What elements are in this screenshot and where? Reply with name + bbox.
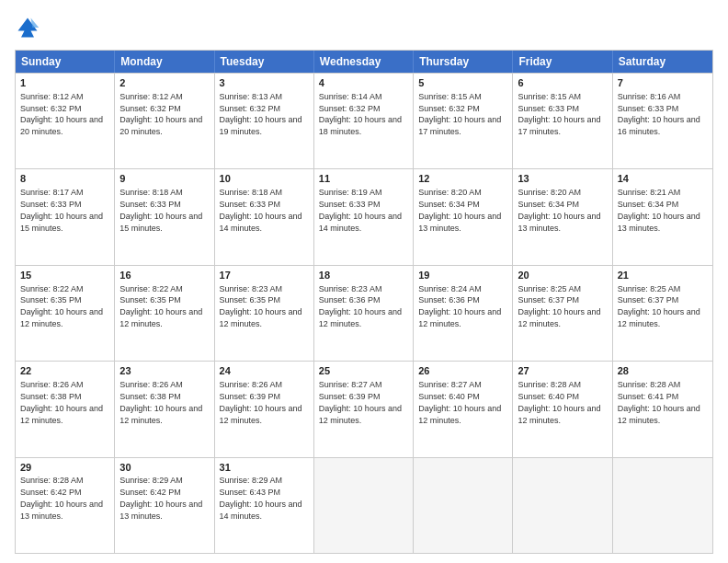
cell-info: Sunrise: 8:25 AMSunset: 6:37 PMDaylight:…: [518, 284, 600, 328]
day-number: 22: [20, 364, 109, 378]
day-number: 17: [220, 269, 309, 282]
calendar-day-cell: [513, 458, 612, 553]
calendar-day-cell: 2 Sunrise: 8:12 AMSunset: 6:32 PMDayligh…: [115, 74, 214, 168]
calendar-day-cell: 22 Sunrise: 8:26 AMSunset: 6:38 PMDaylig…: [16, 362, 115, 456]
day-number: 24: [220, 364, 309, 378]
cell-info: Sunrise: 8:29 AMSunset: 6:43 PMDaylight:…: [220, 476, 302, 520]
day-number: 7: [618, 76, 708, 90]
calendar-body: 1 Sunrise: 8:12 AMSunset: 6:32 PMDayligh…: [16, 73, 712, 553]
calendar-day-cell: 31 Sunrise: 8:29 AMSunset: 6:43 PMDaylig…: [215, 458, 314, 553]
day-number: 11: [319, 172, 408, 186]
calendar-day-cell: 8 Sunrise: 8:17 AMSunset: 6:33 PMDayligh…: [16, 169, 115, 264]
cell-info: Sunrise: 8:17 AMSunset: 6:33 PMDaylight:…: [20, 188, 103, 232]
calendar-day-cell: 4 Sunrise: 8:14 AMSunset: 6:32 PMDayligh…: [314, 74, 414, 168]
day-number: 29: [20, 461, 109, 475]
day-number: 15: [20, 269, 109, 282]
calendar-week-row: 22 Sunrise: 8:26 AMSunset: 6:38 PMDaylig…: [16, 361, 712, 456]
day-number: 10: [220, 172, 309, 186]
calendar: SundayMondayTuesdayWednesdayThursdayFrid…: [15, 50, 713, 554]
calendar-header-day: Saturday: [613, 51, 712, 73]
calendar-header-day: Friday: [513, 51, 612, 73]
day-number: 4: [319, 76, 408, 90]
cell-info: Sunrise: 8:26 AMSunset: 6:38 PMDaylight:…: [119, 380, 202, 424]
cell-info: Sunrise: 8:27 AMSunset: 6:39 PMDaylight:…: [319, 380, 402, 424]
cell-info: Sunrise: 8:18 AMSunset: 6:33 PMDaylight:…: [220, 188, 302, 232]
cell-info: Sunrise: 8:26 AMSunset: 6:38 PMDaylight:…: [20, 380, 103, 424]
logo: [15, 15, 44, 40]
calendar-header-day: Tuesday: [215, 51, 314, 73]
day-number: 30: [119, 461, 209, 475]
cell-info: Sunrise: 8:20 AMSunset: 6:34 PMDaylight:…: [418, 188, 501, 232]
calendar-header: SundayMondayTuesdayWednesdayThursdayFrid…: [16, 51, 712, 73]
day-number: 3: [220, 76, 309, 90]
day-number: 31: [220, 461, 309, 475]
calendar-day-cell: 6 Sunrise: 8:15 AMSunset: 6:33 PMDayligh…: [513, 74, 612, 168]
cell-info: Sunrise: 8:22 AMSunset: 6:35 PMDaylight:…: [119, 284, 202, 328]
calendar-header-day: Wednesday: [314, 51, 414, 73]
calendar-day-cell: 9 Sunrise: 8:18 AMSunset: 6:33 PMDayligh…: [115, 169, 214, 264]
cell-info: Sunrise: 8:19 AMSunset: 6:33 PMDaylight:…: [319, 188, 402, 232]
calendar-header-day: Thursday: [414, 51, 513, 73]
calendar-day-cell: 30 Sunrise: 8:29 AMSunset: 6:42 PMDaylig…: [115, 458, 214, 553]
calendar-week-row: 29 Sunrise: 8:28 AMSunset: 6:42 PMDaylig…: [16, 457, 712, 553]
calendar-day-cell: 15 Sunrise: 8:22 AMSunset: 6:35 PMDaylig…: [16, 266, 115, 361]
day-number: 1: [20, 76, 109, 90]
cell-info: Sunrise: 8:28 AMSunset: 6:42 PMDaylight:…: [20, 476, 103, 520]
cell-info: Sunrise: 8:25 AMSunset: 6:37 PMDaylight:…: [618, 284, 700, 328]
calendar-day-cell: 5 Sunrise: 8:15 AMSunset: 6:32 PMDayligh…: [414, 74, 513, 168]
calendar-day-cell: [613, 458, 712, 553]
cell-info: Sunrise: 8:23 AMSunset: 6:35 PMDaylight:…: [220, 284, 302, 328]
day-number: 8: [20, 172, 109, 186]
calendar-day-cell: 3 Sunrise: 8:13 AMSunset: 6:32 PMDayligh…: [215, 74, 314, 168]
cell-info: Sunrise: 8:21 AMSunset: 6:34 PMDaylight:…: [618, 188, 700, 232]
calendar-week-row: 15 Sunrise: 8:22 AMSunset: 6:35 PMDaylig…: [16, 265, 712, 361]
cell-info: Sunrise: 8:22 AMSunset: 6:35 PMDaylight:…: [20, 284, 103, 328]
day-number: 2: [119, 76, 209, 90]
calendar-day-cell: 16 Sunrise: 8:22 AMSunset: 6:35 PMDaylig…: [115, 266, 214, 361]
calendar-day-cell: 10 Sunrise: 8:18 AMSunset: 6:33 PMDaylig…: [215, 169, 314, 264]
calendar-day-cell: 13 Sunrise: 8:20 AMSunset: 6:34 PMDaylig…: [513, 169, 612, 264]
calendar-day-cell: 28 Sunrise: 8:28 AMSunset: 6:41 PMDaylig…: [613, 362, 712, 456]
cell-info: Sunrise: 8:24 AMSunset: 6:36 PMDaylight:…: [418, 284, 501, 328]
cell-info: Sunrise: 8:28 AMSunset: 6:41 PMDaylight:…: [618, 380, 700, 424]
calendar-day-cell: 29 Sunrise: 8:28 AMSunset: 6:42 PMDaylig…: [16, 458, 115, 553]
calendar-day-cell: 1 Sunrise: 8:12 AMSunset: 6:32 PMDayligh…: [16, 74, 115, 168]
cell-info: Sunrise: 8:14 AMSunset: 6:32 PMDaylight:…: [319, 92, 402, 136]
cell-info: Sunrise: 8:26 AMSunset: 6:39 PMDaylight:…: [220, 380, 302, 424]
cell-info: Sunrise: 8:13 AMSunset: 6:32 PMDaylight:…: [220, 92, 302, 136]
day-number: 28: [618, 364, 708, 378]
calendar-week-row: 1 Sunrise: 8:12 AMSunset: 6:32 PMDayligh…: [16, 73, 712, 168]
calendar-day-cell: 27 Sunrise: 8:28 AMSunset: 6:40 PMDaylig…: [513, 362, 612, 456]
calendar-day-cell: 12 Sunrise: 8:20 AMSunset: 6:34 PMDaylig…: [414, 169, 513, 264]
day-number: 19: [418, 269, 507, 282]
cell-info: Sunrise: 8:15 AMSunset: 6:33 PMDaylight:…: [518, 92, 600, 136]
day-number: 16: [119, 269, 209, 282]
cell-info: Sunrise: 8:27 AMSunset: 6:40 PMDaylight:…: [418, 380, 501, 424]
calendar-day-cell: 7 Sunrise: 8:16 AMSunset: 6:33 PMDayligh…: [613, 74, 712, 168]
day-number: 23: [119, 364, 209, 378]
cell-info: Sunrise: 8:28 AMSunset: 6:40 PMDaylight:…: [518, 380, 600, 424]
calendar-week-row: 8 Sunrise: 8:17 AMSunset: 6:33 PMDayligh…: [16, 168, 712, 264]
day-number: 21: [618, 269, 708, 282]
page: SundayMondayTuesdayWednesdayThursdayFrid…: [0, 0, 728, 563]
calendar-day-cell: 17 Sunrise: 8:23 AMSunset: 6:35 PMDaylig…: [215, 266, 314, 361]
day-number: 20: [518, 269, 607, 282]
cell-info: Sunrise: 8:23 AMSunset: 6:36 PMDaylight:…: [319, 284, 402, 328]
day-number: 6: [518, 76, 607, 90]
calendar-day-cell: [314, 458, 414, 553]
cell-info: Sunrise: 8:15 AMSunset: 6:32 PMDaylight:…: [418, 92, 501, 136]
day-number: 13: [518, 172, 607, 186]
calendar-day-cell: [414, 458, 513, 553]
day-number: 27: [518, 364, 607, 378]
day-number: 18: [319, 269, 408, 282]
logo-icon: [15, 15, 40, 40]
calendar-header-day: Sunday: [16, 51, 115, 73]
day-number: 9: [119, 172, 209, 186]
calendar-day-cell: 20 Sunrise: 8:25 AMSunset: 6:37 PMDaylig…: [513, 266, 612, 361]
calendar-day-cell: 23 Sunrise: 8:26 AMSunset: 6:38 PMDaylig…: [115, 362, 214, 456]
cell-info: Sunrise: 8:16 AMSunset: 6:33 PMDaylight:…: [618, 92, 700, 136]
cell-info: Sunrise: 8:12 AMSunset: 6:32 PMDaylight:…: [119, 92, 202, 136]
cell-info: Sunrise: 8:18 AMSunset: 6:33 PMDaylight:…: [119, 188, 202, 232]
header: [15, 15, 713, 40]
day-number: 25: [319, 364, 408, 378]
